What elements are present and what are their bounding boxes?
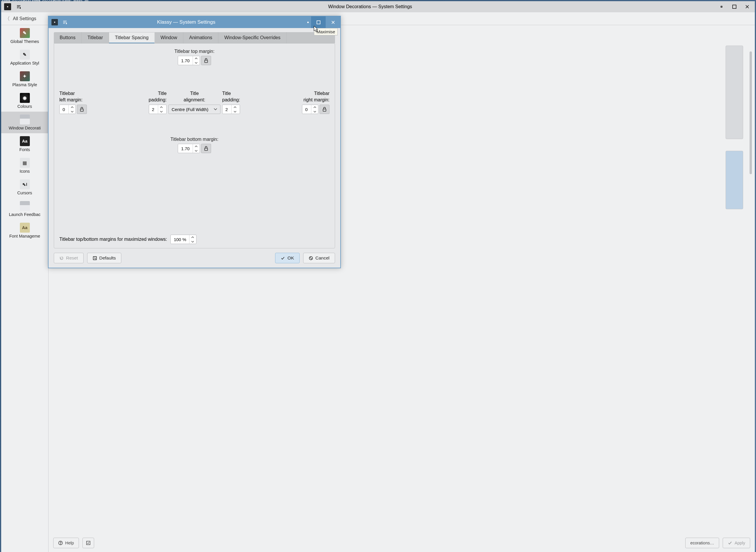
sort-icon[interactable] [62,19,68,25]
svg-rect-9 [205,148,208,150]
decoration-thumbnail[interactable] [726,45,743,139]
keep-below-icon[interactable] [719,4,725,10]
spin-up-icon[interactable] [69,105,76,109]
spin-down-icon[interactable] [158,109,165,114]
maximize-icon[interactable] [732,4,737,10]
spinbox-value: 0 [59,105,69,114]
title-padding-label-right: Titlepadding: [222,90,240,103]
lock-button[interactable] [201,56,211,65]
title-padding-left-spinbox[interactable]: 2 [149,105,167,114]
sidebar-item-global-themes[interactable]: ✎Global Themes [1,25,48,47]
top-margin-spinbox[interactable]: 1.70 [178,56,200,65]
svg-rect-1 [733,5,736,8]
sidebar-item-label: Icons [20,169,30,173]
title-padding-label-left: Titlepadding: [149,90,167,103]
spin-down-icon[interactable] [193,60,200,65]
parent-window-title: Window Decorations — System Settings [22,4,719,9]
right-margin-spinbox[interactable]: 0 [302,105,319,114]
spin-down-icon[interactable] [311,109,318,114]
sort-icon[interactable] [16,4,22,10]
spin-up-icon[interactable] [193,56,200,60]
apply-button[interactable]: Apply [723,538,750,548]
settings-sidebar: ✎Global Themes ✎Application Styl ✦Plasma… [1,25,48,552]
ok-button[interactable]: OK [275,253,299,263]
sidebar-item-label: Application Styl [10,61,39,65]
cancel-button[interactable]: Cancel [303,253,335,263]
sidebar-item-font-management[interactable]: AaFont Manageme [1,220,48,241]
keep-above-icon[interactable] [304,16,311,28]
left-margin-label: Titlebarleft margin: [59,90,83,103]
tab-window-specific-overrides[interactable]: Window-Specific Overrides [218,32,286,43]
sidebar-item-colours[interactable]: ◉Colours [1,90,48,112]
button-label: ecorations… [690,541,714,545]
dialog-title: Klassy — System Settings [68,19,304,25]
maximized-margins-spinbox[interactable]: 100 % [170,235,197,244]
top-margin-label: Titlebar top margin: [57,49,332,54]
chevron-down-icon [214,108,217,111]
sidebar-item-plasma-style[interactable]: ✦Plasma Style [1,68,48,90]
klassy-dialog: Klassy — System Settings Maximise Button… [48,16,341,268]
close-icon[interactable] [744,4,750,10]
svg-rect-6 [205,60,208,62]
spin-up-icon[interactable] [158,105,165,109]
spin-up-icon[interactable] [311,105,318,109]
chevron-left-icon: 〈 [5,15,10,22]
sidebar-item-icons[interactable]: ▦Icons [1,155,48,176]
scrollbar[interactable] [750,51,752,174]
app-icon [51,19,58,25]
left-margin-spinbox[interactable]: 0 [59,105,76,114]
sidebar-item-fonts[interactable]: AaFonts [1,133,48,155]
spinbox-value: 0 [302,105,311,114]
parent-button-bar: Help ecorations… Apply [48,536,755,550]
breadcrumb-label: All Settings [13,16,36,21]
tooltip: Maximise [314,28,338,35]
spin-down-icon[interactable] [232,109,238,114]
spin-up-icon[interactable] [193,144,200,148]
spinbox-value: 100 % [171,235,189,244]
sidebar-item-cursors[interactable]: ⬉ICursors [1,176,48,198]
decoration-thumbnail[interactable] [726,151,743,209]
tab-buttons[interactable]: Buttons [54,32,82,43]
svg-rect-0 [721,6,722,7]
tab-titlebar-spacing[interactable]: Titlebar Spacing [109,32,155,43]
spin-down-icon[interactable] [69,109,76,114]
get-decorations-button[interactable]: ecorations… [685,538,719,548]
sidebar-item-label: Global Themes [10,39,39,44]
close-button[interactable] [326,16,340,28]
bottom-margin-spinbox[interactable]: 1.70 [178,144,200,153]
dialog-button-bar: Reset Defaults OK Cancel [48,251,340,268]
spin-down-icon[interactable] [193,148,200,153]
spinbox-value: 2 [149,105,158,114]
sidebar-item-label: Plasma Style [12,83,37,87]
lock-button[interactable] [77,105,87,114]
reset-button[interactable]: Reset [54,253,84,263]
sidebar-item-launch-feedback[interactable]: Launch Feedbac [1,198,48,220]
spin-up-icon[interactable] [232,105,238,109]
defaults-indicator-button[interactable] [83,538,94,548]
lock-button[interactable] [320,105,330,114]
lock-button[interactable] [201,144,211,153]
button-label: Defaults [99,255,116,261]
tab-titlebar[interactable]: Titlebar [82,32,109,43]
svg-rect-5 [317,20,320,24]
button-label: Cancel [316,255,330,261]
sidebar-item-label: Cursors [17,190,32,195]
tab-animations[interactable]: Animations [183,32,218,43]
right-margin-label: Titlebarright margin: [303,90,330,103]
title-padding-right-spinbox[interactable]: 2 [222,105,240,114]
defaults-button[interactable]: Defaults [87,253,122,263]
button-label: OK [287,255,294,261]
parent-window: Window Decorations — System Settings 〈 A… [1,1,755,552]
maximized-margins-label: Titlebar top/bottom margins for maximize… [59,237,167,242]
help-button[interactable]: Help [53,538,79,548]
sidebar-item-window-decorations[interactable]: Window Decorati [1,112,48,133]
spinbox-value: 2 [223,105,231,114]
title-alignment-combobox[interactable]: Centre (Full Width) [168,105,221,114]
tab-window[interactable]: Window [155,32,183,43]
maximize-button[interactable] [311,16,326,28]
spin-down-icon[interactable] [190,239,196,244]
spin-up-icon[interactable] [190,235,196,239]
sidebar-item-application-style[interactable]: ✎Application Styl [1,47,48,68]
titlebar-spacing-panel: Titlebar top margin: 1.70 Titlebarleft m… [54,43,335,248]
tab-bar: Buttons Titlebar Titlebar Spacing Window… [54,32,335,43]
